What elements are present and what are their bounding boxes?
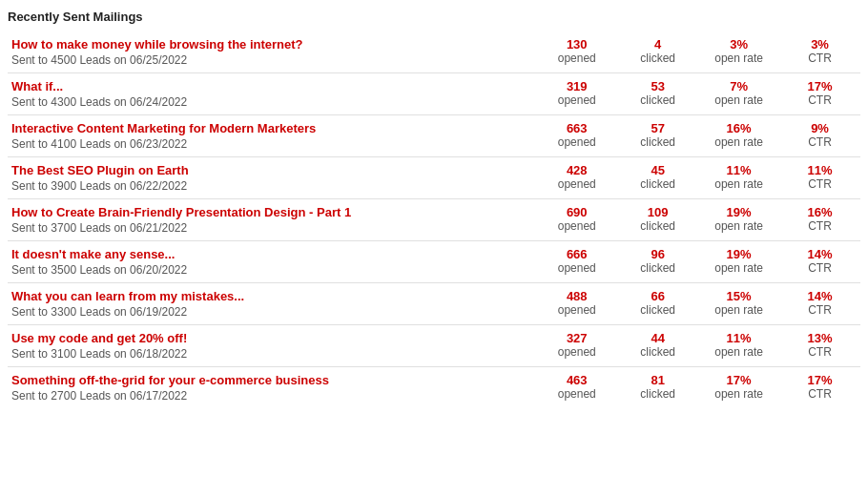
ctr-number: 13% bbox=[783, 331, 857, 345]
ctr-label: CTR bbox=[783, 52, 857, 65]
mailing-meta: Sent to 4500 Leads on 06/25/2022 bbox=[11, 53, 532, 67]
opened-stat: 428 opened bbox=[536, 157, 617, 199]
table-row: Use my code and get 20% off! Sent to 310… bbox=[8, 325, 860, 367]
opened-number: 663 bbox=[540, 121, 613, 135]
table-row: How to Create Brain-Friendly Presentatio… bbox=[8, 199, 860, 241]
mailing-title-link[interactable]: How to make money while browsing the int… bbox=[11, 37, 532, 52]
clicked-label: clicked bbox=[621, 387, 694, 401]
clicked-number: 57 bbox=[621, 121, 694, 135]
clicked-label: clicked bbox=[621, 345, 694, 359]
open-rate-label: open rate bbox=[702, 52, 775, 65]
mailing-title-cell: What if... Sent to 4300 Leads on 06/24/2… bbox=[8, 73, 536, 115]
clicked-label: clicked bbox=[621, 219, 694, 233]
mailing-title-cell: Something off-the-grid for your e-commer… bbox=[8, 367, 536, 409]
mailing-meta: Sent to 4100 Leads on 06/23/2022 bbox=[11, 137, 532, 151]
mailing-title-link[interactable]: How to Create Brain-Friendly Presentatio… bbox=[11, 205, 532, 219]
clicked-number: 109 bbox=[621, 205, 694, 219]
opened-label: opened bbox=[540, 345, 613, 359]
ctr-stat: 14% CTR bbox=[779, 241, 860, 283]
mailing-title-cell: What you can learn from my mistakes... S… bbox=[8, 283, 536, 325]
ctr-number: 9% bbox=[783, 121, 857, 135]
opened-number: 428 bbox=[540, 163, 613, 177]
table-row: How to make money while browsing the int… bbox=[8, 31, 860, 73]
clicked-stat: 109 clicked bbox=[617, 199, 698, 241]
mailing-title-cell: Interactive Content Marketing for Modern… bbox=[8, 115, 536, 157]
clicked-number: 81 bbox=[621, 373, 694, 387]
clicked-number: 4 bbox=[621, 37, 694, 52]
open-rate-stat: 15% open rate bbox=[698, 283, 779, 325]
open-rate-label: open rate bbox=[702, 219, 775, 233]
ctr-stat: 14% CTR bbox=[779, 283, 860, 325]
open-rate-label: open rate bbox=[702, 345, 775, 359]
open-rate-number: 11% bbox=[702, 331, 775, 345]
ctr-number: 17% bbox=[783, 79, 857, 93]
ctr-stat: 17% CTR bbox=[779, 367, 860, 409]
ctr-number: 16% bbox=[783, 205, 857, 219]
mailing-title-cell: How to make money while browsing the int… bbox=[8, 31, 536, 73]
open-rate-stat: 19% open rate bbox=[698, 199, 779, 241]
clicked-label: clicked bbox=[621, 52, 694, 65]
mailing-meta: Sent to 3900 Leads on 06/22/2022 bbox=[11, 179, 532, 193]
mailing-title-link[interactable]: Interactive Content Marketing for Modern… bbox=[11, 121, 532, 135]
mailing-title-link[interactable]: What if... bbox=[11, 79, 532, 93]
open-rate-stat: 11% open rate bbox=[698, 157, 779, 199]
mailing-title-link[interactable]: The Best SEO Plugin on Earth bbox=[11, 163, 532, 177]
mailing-title-cell: It doesn't make any sense... Sent to 350… bbox=[8, 241, 536, 283]
opened-label: opened bbox=[540, 261, 613, 275]
clicked-number: 53 bbox=[621, 79, 694, 93]
clicked-stat: 81 clicked bbox=[617, 367, 698, 409]
clicked-number: 44 bbox=[621, 331, 694, 345]
ctr-stat: 16% CTR bbox=[779, 199, 860, 241]
clicked-label: clicked bbox=[621, 177, 694, 191]
clicked-number: 66 bbox=[621, 289, 694, 303]
clicked-number: 96 bbox=[621, 247, 694, 261]
open-rate-label: open rate bbox=[702, 135, 775, 149]
mailing-meta: Sent to 3500 Leads on 06/20/2022 bbox=[11, 263, 532, 277]
mailing-title-link[interactable]: Something off-the-grid for your e-commer… bbox=[11, 373, 532, 387]
ctr-label: CTR bbox=[783, 387, 857, 401]
mailing-meta: Sent to 3700 Leads on 06/21/2022 bbox=[11, 221, 532, 235]
open-rate-label: open rate bbox=[702, 93, 775, 107]
recently-sent-mailings-section: Recently Sent Mailings How to make money… bbox=[0, 0, 868, 418]
open-rate-label: open rate bbox=[702, 303, 775, 317]
mailing-meta: Sent to 2700 Leads on 06/17/2022 bbox=[11, 389, 532, 403]
mailings-table: How to make money while browsing the int… bbox=[8, 31, 860, 408]
opened-number: 690 bbox=[540, 205, 613, 219]
ctr-stat: 9% CTR bbox=[779, 115, 860, 157]
open-rate-number: 15% bbox=[702, 289, 775, 303]
opened-number: 463 bbox=[540, 373, 613, 387]
mailing-meta: Sent to 4300 Leads on 06/24/2022 bbox=[11, 95, 532, 109]
ctr-label: CTR bbox=[783, 219, 857, 233]
mailing-meta: Sent to 3300 Leads on 06/19/2022 bbox=[11, 305, 532, 319]
opened-number: 666 bbox=[540, 247, 613, 261]
opened-number: 327 bbox=[540, 331, 613, 345]
ctr-number: 14% bbox=[783, 289, 857, 303]
open-rate-stat: 17% open rate bbox=[698, 367, 779, 409]
opened-stat: 327 opened bbox=[536, 325, 617, 367]
open-rate-stat: 16% open rate bbox=[698, 115, 779, 157]
opened-stat: 130 opened bbox=[536, 31, 617, 73]
section-title: Recently Sent Mailings bbox=[8, 10, 860, 24]
opened-stat: 690 opened bbox=[536, 199, 617, 241]
table-row: Something off-the-grid for your e-commer… bbox=[8, 367, 860, 409]
ctr-label: CTR bbox=[783, 345, 857, 359]
opened-stat: 488 opened bbox=[536, 283, 617, 325]
ctr-stat: 17% CTR bbox=[779, 73, 860, 115]
ctr-number: 11% bbox=[783, 163, 857, 177]
opened-number: 130 bbox=[540, 37, 613, 52]
opened-label: opened bbox=[540, 177, 613, 191]
ctr-number: 17% bbox=[783, 373, 857, 387]
clicked-label: clicked bbox=[621, 93, 694, 107]
clicked-stat: 96 clicked bbox=[617, 241, 698, 283]
mailing-title-cell: Use my code and get 20% off! Sent to 310… bbox=[8, 325, 536, 367]
mailing-meta: Sent to 3100 Leads on 06/18/2022 bbox=[11, 347, 532, 361]
table-row: Interactive Content Marketing for Modern… bbox=[8, 115, 860, 157]
ctr-label: CTR bbox=[783, 135, 857, 149]
open-rate-number: 19% bbox=[702, 247, 775, 261]
mailing-title-link[interactable]: What you can learn from my mistakes... bbox=[11, 289, 532, 303]
mailing-title-link[interactable]: It doesn't make any sense... bbox=[11, 247, 532, 261]
open-rate-label: open rate bbox=[702, 177, 775, 191]
open-rate-label: open rate bbox=[702, 387, 775, 401]
mailing-title-link[interactable]: Use my code and get 20% off! bbox=[11, 331, 532, 345]
clicked-stat: 57 clicked bbox=[617, 115, 698, 157]
